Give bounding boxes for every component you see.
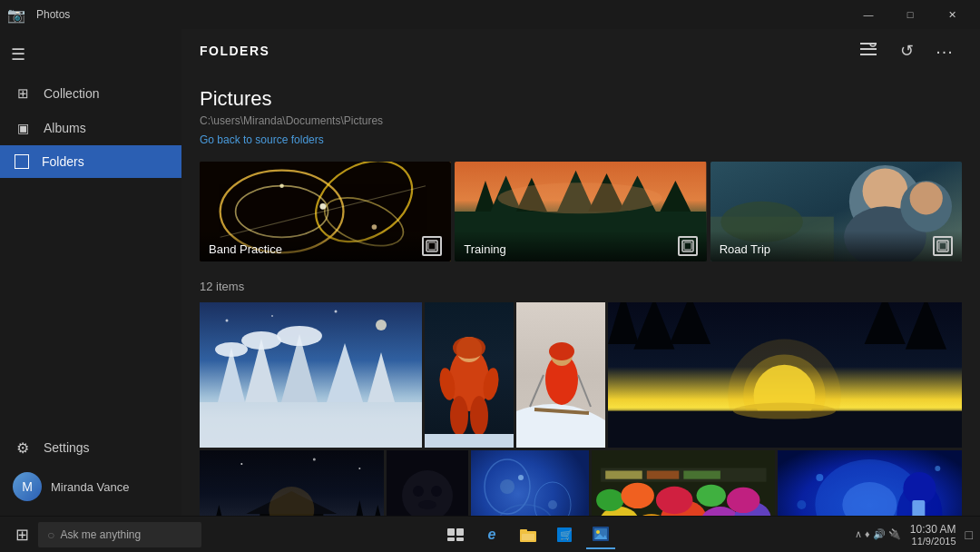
folder-select-icon-3 [933,236,953,256]
folder-title: Pictures [200,87,962,111]
user-item[interactable]: M Miranda Vance [0,465,181,508]
svg-rect-131 [447,537,455,541]
svg-point-113 [696,485,725,507]
sidebar-bottom: ⚙ Settings M Miranda Vance [0,430,181,516]
app-title: Photos [36,8,70,21]
photo-7[interactable] [471,450,589,516]
folder-band-practice[interactable]: Band Practice [200,162,451,261]
svg-point-44 [215,342,248,357]
refresh-icon: ↺ [900,41,914,61]
sidebar-item-albums[interactable]: ▣ Albums [0,111,181,145]
svg-point-114 [727,488,760,513]
maximize-button[interactable]: □ [889,0,931,29]
task-view-button[interactable] [441,520,470,549]
svg-point-127 [798,500,807,509]
toolbar-title: FOLDERS [200,44,270,58]
refresh-button[interactable]: ↺ [889,34,924,68]
svg-point-123 [904,472,936,505]
svg-rect-134 [520,529,527,533]
folder-select-icon-2 [678,236,698,256]
taskbar: ⊞ ○ Ask me anything e 🛒 [0,516,980,552]
edge-button[interactable]: e [477,520,506,549]
settings-item[interactable]: ⚙ Settings [0,430,181,465]
svg-rect-117 [646,471,678,479]
photo-3[interactable] [516,302,605,448]
taskbar-left: ⊞ ○ Ask me anything [7,520,201,549]
folder-header: Pictures C:\users\Miranda\Documents\Pict… [200,87,962,147]
svg-point-45 [241,331,281,350]
clock-time: 10:30 AM [910,523,956,536]
title-bar: 📷 Photos — □ ✕ [0,0,980,29]
svg-rect-135 [522,534,534,540]
more-icon: ··· [936,41,954,62]
toolbar-actions: ↺ ··· [851,34,962,68]
photo-6[interactable] [387,450,468,516]
svg-rect-129 [447,528,455,536]
start-button[interactable]: ⊞ [7,520,36,549]
svg-point-24 [498,182,662,213]
svg-point-93 [413,486,424,497]
svg-point-12 [372,224,377,230]
photo-8[interactable] [592,450,776,516]
back-to-source-link[interactable]: Go back to source folders [200,133,324,146]
settings-icon: ⚙ [15,439,31,456]
folder-training[interactable]: Training [455,162,706,261]
svg-text:🛒: 🛒 [560,528,572,541]
photo-4[interactable] [608,302,962,448]
photo-row-top [200,302,962,448]
notification-icons: ∧ ♦ 🔊 🔌 [855,528,901,540]
svg-rect-14 [428,242,436,250]
svg-point-11 [279,183,284,188]
albums-icon: ▣ [15,120,31,136]
photo-5[interactable] [200,450,384,516]
road-trip-label: Road Trip [710,231,962,261]
photo-1[interactable] [200,302,422,448]
photo-9[interactable] [778,450,962,516]
svg-point-128 [936,466,941,471]
svg-point-112 [656,487,693,514]
action-center-icon[interactable]: □ [965,527,973,542]
svg-rect-0 [860,43,877,44]
band-practice-label: Band Practice [200,231,451,261]
search-placeholder: Ask me anything [60,528,141,541]
hamburger-button[interactable]: ☰ [0,36,36,73]
svg-point-54 [453,337,485,359]
collection-icon: ⊞ [15,85,31,102]
photo-2[interactable] [425,302,514,448]
svg-rect-59 [425,434,514,448]
sidebar: ☰ ⊞ Collection ▣ Albums Folders ⚙ Settin… [0,29,181,516]
folders-icon [15,154,29,169]
svg-rect-124 [913,500,926,516]
svg-point-100 [500,479,514,494]
user-avatar: M [13,472,42,501]
svg-point-95 [418,500,436,509]
svg-rect-2 [860,54,877,55]
svg-point-32 [909,182,942,214]
svg-point-63 [549,342,574,360]
svg-point-48 [226,320,229,322]
folder-road-trip[interactable]: Road Trip [710,162,962,261]
svg-point-102 [518,475,524,480]
clock-date: 11/9/2015 [910,536,956,547]
svg-rect-1 [860,48,877,50]
photos-app-button[interactable] [586,520,615,549]
albums-label: Albums [44,121,86,135]
svg-point-77 [733,403,836,419]
svg-point-88 [313,458,316,461]
more-button[interactable]: ··· [927,34,962,68]
taskbar-search-box[interactable]: ○ Ask me anything [38,522,201,547]
minimize-button[interactable]: — [848,0,889,29]
svg-point-47 [376,320,387,330]
close-button[interactable]: ✕ [931,0,973,29]
svg-point-89 [358,468,360,469]
explorer-button[interactable] [514,520,543,549]
view-toggle-button[interactable] [851,34,886,68]
content-area[interactable]: Pictures C:\users\Miranda\Documents\Pict… [181,73,980,516]
svg-point-110 [596,489,623,511]
svg-point-94 [431,486,442,497]
svg-point-111 [621,483,653,508]
training-label: Training [455,231,706,261]
sidebar-item-folders[interactable]: Folders [0,145,181,178]
store-button[interactable]: 🛒 [550,520,579,549]
sidebar-item-collection[interactable]: ⊞ Collection [0,76,181,111]
